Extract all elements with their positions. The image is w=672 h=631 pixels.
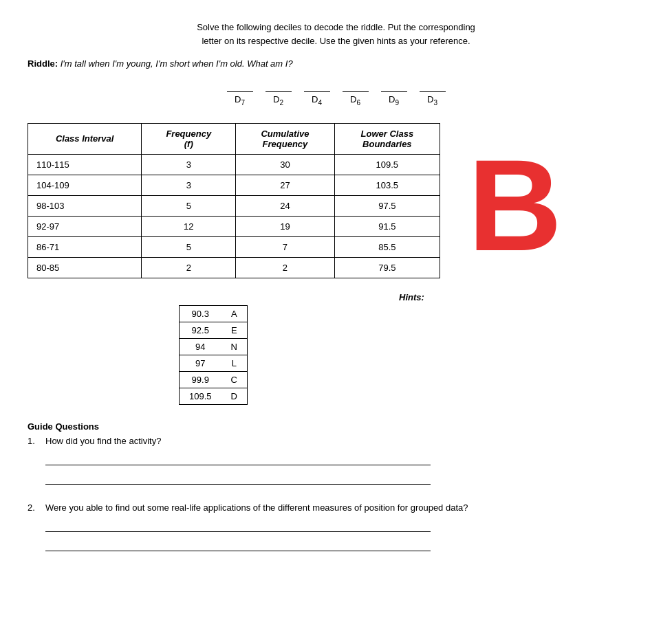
cell-freq: 5 <box>142 195 236 216</box>
decile-item: D6 <box>343 82 369 107</box>
hint-value: 92.5 <box>180 322 221 338</box>
guide-item-content: Were you able to find out some real-life… <box>45 502 644 557</box>
hint-letter: N <box>221 338 248 355</box>
cell-freq: 2 <box>142 257 236 278</box>
guide-item-2: 2. Were you able to find out some real-l… <box>28 502 644 557</box>
cell-freq: 5 <box>142 236 236 257</box>
decile-item: D9 <box>381 82 407 107</box>
decile-blank <box>381 82 407 92</box>
decile-blank <box>304 82 330 92</box>
hint-value: 94 <box>180 338 221 355</box>
decile-blank <box>265 82 292 92</box>
decile-item: D4 <box>304 82 330 107</box>
cell-freq: 3 <box>142 175 236 195</box>
table-row: 80-85 2 2 79.5 <box>28 257 440 278</box>
hint-letter: L <box>221 355 248 371</box>
guide-item-1: 1. How did you find the activity? <box>28 436 644 490</box>
hints-table: 90.3 A 92.5 E 94 N 97 L 99.9 C 109.5 D <box>179 305 248 405</box>
data-table: Class Interval Frequency(f) CumulativeFr… <box>28 123 440 278</box>
hint-row: 97 L <box>180 355 248 371</box>
riddle-text: I'm tall when I'm young, I'm short when … <box>61 58 293 69</box>
decile-item: D3 <box>420 82 446 107</box>
decile-blank <box>343 82 369 92</box>
cell-cumfreq: 2 <box>236 257 334 278</box>
decile-label: D7 <box>235 94 245 107</box>
riddle-label: Riddle: <box>28 58 58 69</box>
cell-cumfreq: 27 <box>236 175 334 195</box>
guide-item-content: How did you find the activity? <box>45 436 644 490</box>
answer-line <box>45 471 431 485</box>
answer-lines <box>45 452 644 485</box>
cell-interval: 104-109 <box>28 175 142 195</box>
intro-text: Solve the following deciles to decode th… <box>28 21 644 47</box>
hint-value: 109.5 <box>180 388 221 404</box>
hint-row: 99.9 C <box>180 371 248 388</box>
hint-row: 94 N <box>180 338 248 355</box>
decile-label: D9 <box>389 94 399 107</box>
cell-interval: 92-97 <box>28 216 142 236</box>
table-row: 92-97 12 19 91.5 <box>28 216 440 236</box>
guide-item-text: Were you able to find out some real-life… <box>45 502 468 513</box>
cell-lcb: 85.5 <box>334 236 440 257</box>
cell-interval: 86-71 <box>28 236 142 257</box>
hint-letter: A <box>221 305 248 322</box>
decile-row: D7 D2 D4 D6 D9 D3 <box>28 82 644 107</box>
table-row: 98-103 5 24 97.5 <box>28 195 440 216</box>
hint-letter: E <box>221 322 248 338</box>
cell-interval: 110-115 <box>28 154 142 175</box>
cell-interval: 80-85 <box>28 257 142 278</box>
table-row: 86-71 5 7 85.5 <box>28 236 440 257</box>
cell-cumfreq: 24 <box>236 195 334 216</box>
guide-title: Guide Questions <box>28 421 644 432</box>
guide-item-num: 1. <box>28 436 41 490</box>
decile-label: D2 <box>273 94 283 107</box>
hint-row: 92.5 E <box>180 322 248 338</box>
intro-line1: Solve the following deciles to decode th… <box>28 21 644 34</box>
riddle: Riddle: I'm tall when I'm young, I'm sho… <box>28 58 644 69</box>
decile-label: D3 <box>427 94 437 107</box>
header-lcb: Lower ClassBoundaries <box>334 123 440 154</box>
intro-line2: letter on its respective decile. Use the… <box>28 34 644 48</box>
hint-letter: D <box>221 388 248 404</box>
cell-lcb: 79.5 <box>334 257 440 278</box>
cell-cumfreq: 7 <box>236 236 334 257</box>
decile-blank <box>420 82 446 92</box>
cell-lcb: 91.5 <box>334 216 440 236</box>
cell-lcb: 103.5 <box>334 175 440 195</box>
hint-value: 99.9 <box>180 371 221 388</box>
cell-freq: 3 <box>142 154 236 175</box>
answer-line <box>45 538 431 551</box>
hints-label: Hints: <box>179 292 644 302</box>
table-row: 104-109 3 27 103.5 <box>28 175 440 195</box>
guide-questions: Guide Questions 1. How did you find the … <box>28 421 644 557</box>
hint-letter: C <box>221 371 248 388</box>
hints-section: Hints: 90.3 A 92.5 E 94 N 97 L 99.9 C 10… <box>179 292 644 405</box>
decile-label: D6 <box>350 94 360 107</box>
cell-cumfreq: 30 <box>236 154 334 175</box>
svg-text:B: B <box>468 132 556 261</box>
hint-row: 90.3 A <box>180 305 248 322</box>
header-cumfreq: CumulativeFrequency <box>236 123 334 154</box>
answer-lines <box>45 518 644 551</box>
guide-item-text: How did you find the activity? <box>45 436 161 446</box>
answer-line <box>45 452 431 465</box>
answer-line <box>45 518 431 532</box>
letter-b: B <box>468 123 578 261</box>
decile-item: D2 <box>265 82 292 107</box>
hint-row: 109.5 D <box>180 388 248 404</box>
table-row: 110-115 3 30 109.5 <box>28 154 440 175</box>
cell-cumfreq: 19 <box>236 216 334 236</box>
decile-item: D7 <box>227 82 253 107</box>
decile-blank <box>227 82 253 92</box>
main-content: Class Interval Frequency(f) CumulativeFr… <box>28 123 644 278</box>
cell-lcb: 109.5 <box>334 154 440 175</box>
cell-lcb: 97.5 <box>334 195 440 216</box>
guide-item-num: 2. <box>28 502 41 557</box>
hint-value: 97 <box>180 355 221 371</box>
decile-label: D4 <box>312 94 322 107</box>
header-class-interval: Class Interval <box>28 123 142 154</box>
cell-interval: 98-103 <box>28 195 142 216</box>
hint-value: 90.3 <box>180 305 221 322</box>
header-frequency: Frequency(f) <box>142 123 236 154</box>
cell-freq: 12 <box>142 216 236 236</box>
